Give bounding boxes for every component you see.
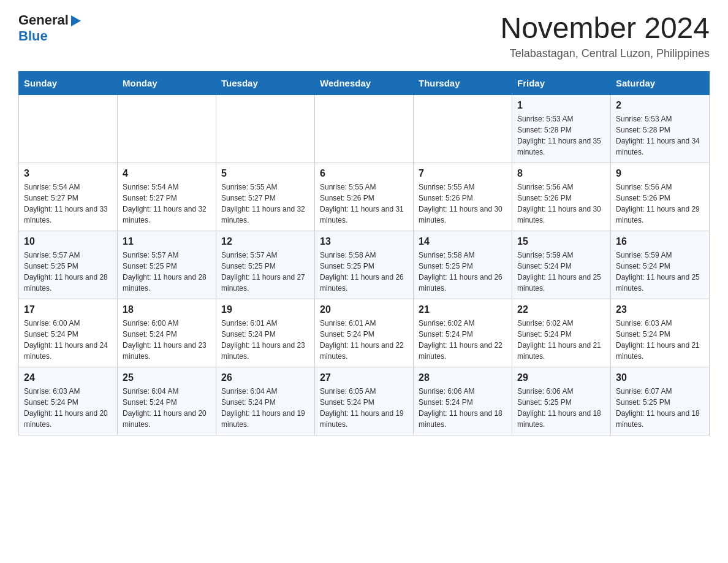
day-number: 18 [123,304,211,315]
day-number: 3 [24,168,112,179]
logo: General Blue [18,12,81,44]
day-detail: Sunrise: 6:07 AM Sunset: 5:25 PM Dayligh… [616,386,704,430]
day-detail: Sunrise: 5:56 AM Sunset: 5:26 PM Dayligh… [517,182,605,226]
day-number: 29 [517,372,605,383]
calendar-cell: 27Sunrise: 6:05 AM Sunset: 5:24 PM Dayli… [315,367,414,435]
day-detail: Sunrise: 6:06 AM Sunset: 5:25 PM Dayligh… [517,386,605,430]
day-number: 11 [123,236,211,247]
day-detail: Sunrise: 6:04 AM Sunset: 5:24 PM Dayligh… [123,386,211,430]
day-number: 30 [616,372,704,383]
day-detail: Sunrise: 5:57 AM Sunset: 5:25 PM Dayligh… [221,250,309,294]
header-thursday: Thursday [414,71,512,94]
day-detail: Sunrise: 6:01 AM Sunset: 5:24 PM Dayligh… [320,318,408,362]
calendar-week-row: 17Sunrise: 6:00 AM Sunset: 5:24 PM Dayli… [19,299,710,367]
day-number: 10 [24,236,112,247]
day-detail: Sunrise: 5:54 AM Sunset: 5:27 PM Dayligh… [123,182,211,226]
calendar-cell [414,94,512,163]
calendar-cell: 4Sunrise: 5:54 AM Sunset: 5:27 PM Daylig… [118,163,216,231]
day-number: 28 [419,372,507,383]
day-number: 19 [221,304,309,315]
calendar-cell: 25Sunrise: 6:04 AM Sunset: 5:24 PM Dayli… [118,367,216,435]
calendar-cell: 23Sunrise: 6:03 AM Sunset: 5:24 PM Dayli… [611,299,710,367]
calendar-cell: 30Sunrise: 6:07 AM Sunset: 5:25 PM Dayli… [611,367,710,435]
day-number: 4 [123,168,211,179]
calendar-cell: 24Sunrise: 6:03 AM Sunset: 5:24 PM Dayli… [19,367,118,435]
title-section: November 2024 Telabastagan, Central Luzo… [500,12,710,60]
day-detail: Sunrise: 5:58 AM Sunset: 5:25 PM Dayligh… [419,250,507,294]
calendar-cell [118,94,216,163]
day-detail: Sunrise: 5:57 AM Sunset: 5:25 PM Dayligh… [24,250,112,294]
day-number: 20 [320,304,408,315]
day-number: 1 [517,100,605,111]
calendar-cell: 22Sunrise: 6:02 AM Sunset: 5:24 PM Dayli… [512,299,611,367]
header-sunday: Sunday [19,71,118,94]
day-number: 17 [24,304,112,315]
calendar-cell: 12Sunrise: 5:57 AM Sunset: 5:25 PM Dayli… [216,231,315,299]
calendar-cell: 19Sunrise: 6:01 AM Sunset: 5:24 PM Dayli… [216,299,315,367]
day-number: 5 [221,168,309,179]
day-number: 12 [221,236,309,247]
day-number: 27 [320,372,408,383]
calendar-cell: 5Sunrise: 5:55 AM Sunset: 5:27 PM Daylig… [216,163,315,231]
day-detail: Sunrise: 5:59 AM Sunset: 5:24 PM Dayligh… [616,250,704,294]
day-number: 7 [419,168,507,179]
month-title: November 2024 [500,12,710,45]
header-monday: Monday [118,71,216,94]
day-detail: Sunrise: 5:56 AM Sunset: 5:26 PM Dayligh… [616,182,704,226]
day-detail: Sunrise: 5:55 AM Sunset: 5:27 PM Dayligh… [221,182,309,226]
calendar-table: Sunday Monday Tuesday Wednesday Thursday… [18,71,710,435]
day-detail: Sunrise: 6:00 AM Sunset: 5:24 PM Dayligh… [24,318,112,362]
day-detail: Sunrise: 5:55 AM Sunset: 5:26 PM Dayligh… [320,182,408,226]
calendar-cell: 2Sunrise: 5:53 AM Sunset: 5:28 PM Daylig… [611,94,710,163]
day-number: 8 [517,168,605,179]
day-detail: Sunrise: 6:03 AM Sunset: 5:24 PM Dayligh… [616,318,704,362]
day-detail: Sunrise: 5:54 AM Sunset: 5:27 PM Dayligh… [24,182,112,226]
calendar-cell [19,94,118,163]
day-number: 25 [123,372,211,383]
day-number: 15 [517,236,605,247]
day-detail: Sunrise: 5:57 AM Sunset: 5:25 PM Dayligh… [123,250,211,294]
day-number: 23 [616,304,704,315]
logo-blue-text: Blue [18,28,48,44]
calendar-cell: 14Sunrise: 5:58 AM Sunset: 5:25 PM Dayli… [414,231,512,299]
calendar-cell: 11Sunrise: 5:57 AM Sunset: 5:25 PM Dayli… [118,231,216,299]
day-detail: Sunrise: 6:03 AM Sunset: 5:24 PM Dayligh… [24,386,112,430]
day-number: 13 [320,236,408,247]
day-number: 9 [616,168,704,179]
day-detail: Sunrise: 6:02 AM Sunset: 5:24 PM Dayligh… [517,318,605,362]
day-number: 14 [419,236,507,247]
calendar-cell: 1Sunrise: 5:53 AM Sunset: 5:28 PM Daylig… [512,94,611,163]
day-number: 24 [24,372,112,383]
day-detail: Sunrise: 5:55 AM Sunset: 5:26 PM Dayligh… [419,182,507,226]
day-number: 22 [517,304,605,315]
page-header: General Blue November 2024 Telabastagan,… [18,12,710,60]
day-number: 21 [419,304,507,315]
calendar-cell: 10Sunrise: 5:57 AM Sunset: 5:25 PM Dayli… [19,231,118,299]
day-number: 6 [320,168,408,179]
day-detail: Sunrise: 6:06 AM Sunset: 5:24 PM Dayligh… [419,386,507,430]
day-detail: Sunrise: 5:58 AM Sunset: 5:25 PM Dayligh… [320,250,408,294]
calendar-week-row: 3Sunrise: 5:54 AM Sunset: 5:27 PM Daylig… [19,163,710,231]
header-tuesday: Tuesday [216,71,315,94]
calendar-cell: 6Sunrise: 5:55 AM Sunset: 5:26 PM Daylig… [315,163,414,231]
day-detail: Sunrise: 6:02 AM Sunset: 5:24 PM Dayligh… [419,318,507,362]
calendar-cell: 28Sunrise: 6:06 AM Sunset: 5:24 PM Dayli… [414,367,512,435]
calendar-cell: 13Sunrise: 5:58 AM Sunset: 5:25 PM Dayli… [315,231,414,299]
calendar-week-row: 1Sunrise: 5:53 AM Sunset: 5:28 PM Daylig… [19,94,710,163]
day-number: 26 [221,372,309,383]
calendar-body: 1Sunrise: 5:53 AM Sunset: 5:28 PM Daylig… [19,94,710,435]
calendar-cell: 29Sunrise: 6:06 AM Sunset: 5:25 PM Dayli… [512,367,611,435]
calendar-week-row: 10Sunrise: 5:57 AM Sunset: 5:25 PM Dayli… [19,231,710,299]
calendar-cell: 20Sunrise: 6:01 AM Sunset: 5:24 PM Dayli… [315,299,414,367]
day-detail: Sunrise: 5:53 AM Sunset: 5:28 PM Dayligh… [616,113,704,158]
calendar-cell: 16Sunrise: 5:59 AM Sunset: 5:24 PM Dayli… [611,231,710,299]
calendar-cell: 15Sunrise: 5:59 AM Sunset: 5:24 PM Dayli… [512,231,611,299]
calendar-week-row: 24Sunrise: 6:03 AM Sunset: 5:24 PM Dayli… [19,367,710,435]
header-friday: Friday [512,71,611,94]
calendar-cell: 21Sunrise: 6:02 AM Sunset: 5:24 PM Dayli… [414,299,512,367]
calendar-header-row: Sunday Monday Tuesday Wednesday Thursday… [19,71,710,94]
logo-general-text: General [18,12,69,28]
calendar-cell: 7Sunrise: 5:55 AM Sunset: 5:26 PM Daylig… [414,163,512,231]
location-title: Telabastagan, Central Luzon, Philippines [500,47,710,60]
header-wednesday: Wednesday [315,71,414,94]
